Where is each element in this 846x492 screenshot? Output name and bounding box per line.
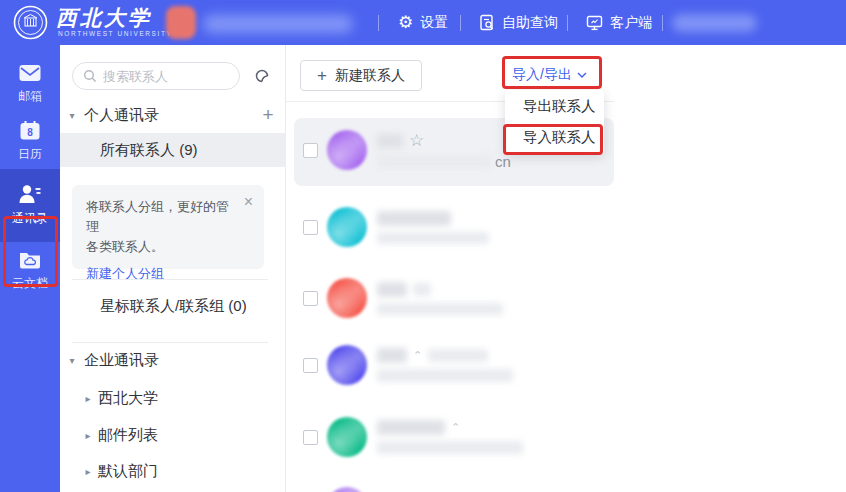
document-search-icon (479, 14, 495, 31)
redacted-contact-email (377, 441, 523, 454)
avatar (327, 278, 367, 318)
chevron-right-icon[interactable]: ▸ (78, 393, 98, 404)
row-checkbox[interactable] (303, 358, 318, 373)
redacted-contact-email (377, 369, 513, 382)
redacted-contact-name (377, 134, 403, 148)
starred-label: 星标联系人/联系组 (0) (100, 297, 247, 316)
university-seal-logo (13, 5, 48, 40)
row-checkbox[interactable] (303, 430, 318, 445)
close-icon[interactable]: × (244, 194, 253, 210)
new-contact-label: 新建联系人 (335, 67, 405, 85)
redacted-contact-name (377, 420, 445, 435)
chevron-right-icon[interactable]: ▸ (78, 430, 98, 441)
rail-clouddocs-label: 云文档 (12, 275, 48, 292)
row-checkbox[interactable] (303, 143, 318, 158)
rail-item-contacts[interactable]: 通讯录 (0, 169, 60, 242)
redacted-contact-name (428, 349, 488, 362)
chevron-down-icon[interactable]: ▾ (60, 355, 84, 366)
gear-icon: ⚙ (398, 14, 413, 31)
settings-button[interactable]: ⚙ 设置 (398, 0, 448, 45)
client-download-button[interactable]: 客户端 (586, 0, 652, 45)
redacted-user-info (203, 15, 353, 33)
export-contacts-label: 导出联系人 (523, 97, 596, 116)
row-checkbox[interactable] (303, 220, 318, 235)
header-divider (567, 15, 568, 31)
monitor-icon (586, 15, 603, 31)
cloud-folder-icon (18, 250, 42, 270)
mail-icon (18, 63, 42, 83)
contact-row[interactable] (294, 197, 614, 257)
sidebar-item-university[interactable]: ▸ 西北大学 (60, 383, 286, 413)
search-input[interactable] (103, 69, 223, 84)
import-contacts-label: 导入联系人 (523, 128, 596, 147)
redacted-contact-email (377, 232, 489, 244)
personal-contacts-section[interactable]: ▾ 个人通讯录 + (60, 100, 286, 130)
refresh-icon (253, 67, 271, 85)
avatar (327, 417, 367, 457)
sidebar-item-mail-lists[interactable]: ▸ 邮件列表 (60, 420, 286, 450)
default-dept-node-label: 默认部门 (98, 462, 158, 481)
avatar (327, 130, 367, 170)
new-personal-group-link[interactable]: 新建个人分组 (86, 265, 164, 283)
redacted-account-name[interactable] (672, 14, 757, 32)
redacted-contact-name (377, 282, 407, 297)
rail-calendar-label: 日历 (18, 146, 42, 163)
search-icon (83, 69, 97, 83)
blur-artifact: ⌃ (451, 422, 460, 433)
contacts-icon (17, 183, 43, 205)
contact-row[interactable]: ⌃ (294, 335, 614, 395)
mail-lists-node-label: 邮件列表 (98, 426, 158, 445)
contact-list-panel: + 新建联系人 导入/导出 ☆ cn (286, 45, 846, 492)
blur-artifact: ⌃ (413, 350, 422, 361)
rail-contacts-label: 通讯录 (12, 210, 48, 227)
avatar (327, 345, 367, 385)
all-contacts-label: 所有联系人 (9) (100, 141, 198, 160)
chevron-right-icon[interactable]: ▸ (78, 466, 98, 477)
redacted-contact-name (377, 211, 451, 226)
header-divider (378, 15, 379, 31)
sidebar-divider (72, 279, 268, 280)
redacted-user-avatar (166, 6, 196, 39)
university-node-label: 西北大学 (98, 389, 158, 408)
sidebar-divider (72, 342, 268, 343)
add-group-icon[interactable]: + (250, 104, 286, 126)
email-suffix: cn (495, 155, 511, 168)
enterprise-contacts-section[interactable]: ▾ 企业通讯录 (60, 345, 286, 375)
new-contact-button[interactable]: + 新建联系人 (300, 60, 422, 91)
brand-name-cn: 西北大学 (56, 4, 152, 32)
self-service-label: 自助查询 (502, 14, 558, 32)
redacted-contact-email (377, 303, 503, 315)
plus-icon: + (317, 66, 327, 86)
chevron-down-icon[interactable]: ▾ (60, 110, 84, 121)
rail-item-calendar[interactable]: 8 日历 (0, 112, 60, 166)
grouping-notice-card: 将联系人分组，更好的管理 各类联系人。 × 新建个人分组 (72, 185, 264, 269)
star-icon[interactable]: ☆ (409, 132, 424, 149)
contact-row[interactable]: ⌃ (294, 407, 614, 467)
sidebar-item-starred[interactable]: 星标联系人/联系组 (0) (60, 290, 286, 322)
menu-item-export-contacts[interactable]: 导出联系人 (505, 91, 604, 122)
header-divider (662, 15, 663, 31)
rail-item-mail[interactable]: 邮箱 (0, 55, 60, 109)
svg-text:8: 8 (27, 127, 33, 138)
header-divider (460, 15, 461, 31)
self-service-query-button[interactable]: 自助查询 (479, 0, 558, 45)
import-export-button[interactable]: 导入/导出 (512, 62, 587, 88)
sidebar-item-default-dept[interactable]: ▸ 默认部门 (60, 456, 286, 486)
import-export-dropdown: 导出联系人 导入联系人 (505, 90, 604, 154)
personal-contacts-label: 个人通讯录 (84, 106, 250, 125)
client-label: 客户端 (610, 14, 652, 32)
redacted-contact-email (377, 155, 492, 168)
contact-row[interactable] (294, 477, 614, 492)
enterprise-contacts-label: 企业通讯录 (84, 351, 286, 370)
top-header: 西北大学 NORTHWEST UNIVERSITY ⚙ 设置 自助查询 (0, 0, 846, 45)
chevron-down-icon (577, 72, 587, 78)
sidebar-item-all-contacts[interactable]: 所有联系人 (9) (60, 133, 286, 167)
refresh-button[interactable] (248, 62, 276, 90)
contact-row[interactable] (294, 268, 614, 328)
rail-item-clouddocs[interactable]: 云文档 (0, 242, 60, 296)
menu-item-import-contacts[interactable]: 导入联系人 (505, 122, 604, 153)
settings-label: 设置 (420, 14, 448, 32)
row-checkbox[interactable] (303, 291, 318, 306)
calendar-icon: 8 (19, 120, 41, 141)
redacted-contact-name (377, 348, 407, 363)
